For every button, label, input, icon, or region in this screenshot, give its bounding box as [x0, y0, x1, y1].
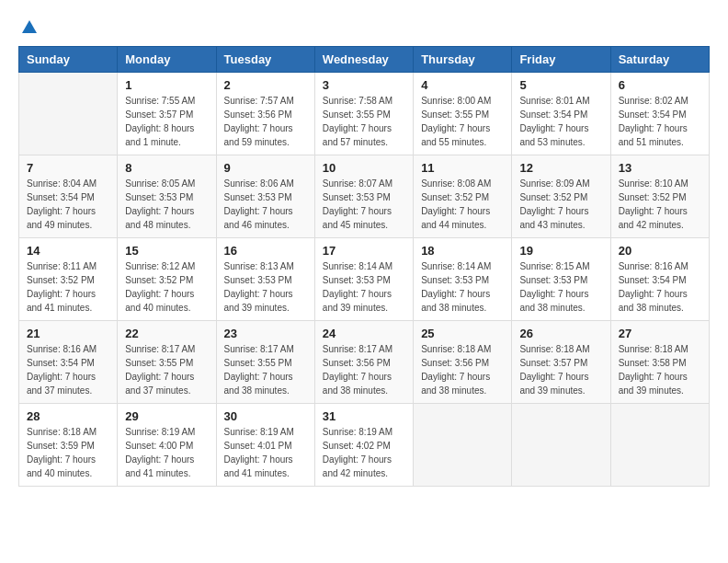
sunrise-text: Sunrise: 7:58 AM [323, 94, 405, 108]
sunset-text: Sunset: 3:54 PM [519, 108, 602, 121]
calendar-cell: 6Sunrise: 8:02 AMSunset: 3:54 PMDaylight… [610, 73, 709, 155]
day-number: 13 [619, 161, 701, 175]
sunrise-text: Sunrise: 8:15 AM [519, 259, 602, 273]
calendar-cell: 24Sunrise: 8:17 AMSunset: 3:56 PMDayligh… [314, 321, 413, 404]
calendar-cell: 20Sunrise: 8:16 AMSunset: 3:54 PMDayligh… [610, 238, 709, 321]
sunrise-text: Sunrise: 8:19 AM [125, 425, 208, 439]
calendar-cell: 31Sunrise: 8:19 AMSunset: 4:02 PMDayligh… [314, 404, 413, 487]
day-number: 14 [27, 244, 109, 258]
calendar-cell: 9Sunrise: 8:06 AMSunset: 3:53 PMDaylight… [216, 155, 314, 238]
day-info: Sunrise: 8:19 AMSunset: 4:02 PMDaylight:… [323, 425, 405, 480]
calendar-cell [19, 73, 118, 155]
day-info: Sunrise: 8:16 AMSunset: 3:54 PMDaylight:… [27, 342, 109, 397]
daylight-text: Daylight: 8 hours and 1 minute. [125, 121, 208, 149]
sunset-text: Sunset: 3:53 PM [421, 273, 504, 287]
sunset-text: Sunset: 3:53 PM [224, 190, 307, 204]
daylight-text: Daylight: 7 hours and 39 minutes. [519, 370, 602, 397]
sunset-text: Sunset: 3:52 PM [27, 273, 109, 287]
day-number: 18 [421, 244, 504, 258]
sunset-text: Sunset: 3:57 PM [519, 356, 602, 370]
daylight-text: Daylight: 7 hours and 38 minutes. [224, 370, 307, 397]
sunset-text: Sunset: 3:55 PM [323, 108, 405, 121]
daylight-text: Daylight: 7 hours and 42 minutes. [619, 204, 701, 232]
day-info: Sunrise: 8:00 AMSunset: 3:55 PMDaylight:… [421, 94, 504, 149]
sunset-text: Sunset: 3:54 PM [619, 108, 701, 121]
page-header [18, 18, 710, 37]
daylight-text: Daylight: 7 hours and 38 minutes. [619, 287, 701, 315]
column-header-sunday: Sunday [19, 47, 118, 73]
sunset-text: Sunset: 3:53 PM [519, 273, 602, 287]
calendar-cell: 16Sunrise: 8:13 AMSunset: 3:53 PMDayligh… [216, 238, 314, 321]
daylight-text: Daylight: 7 hours and 39 minutes. [323, 287, 405, 315]
daylight-text: Daylight: 7 hours and 45 minutes. [323, 204, 405, 232]
calendar-cell: 8Sunrise: 8:05 AMSunset: 3:53 PMDaylight… [118, 155, 216, 238]
calendar-cell: 29Sunrise: 8:19 AMSunset: 4:00 PMDayligh… [118, 404, 216, 487]
day-number: 17 [323, 244, 405, 258]
calendar-cell: 13Sunrise: 8:10 AMSunset: 3:52 PMDayligh… [610, 155, 709, 238]
logo [18, 18, 39, 37]
day-number: 7 [27, 161, 109, 175]
day-info: Sunrise: 8:17 AMSunset: 3:55 PMDaylight:… [125, 342, 208, 397]
sunrise-text: Sunrise: 8:11 AM [27, 259, 109, 273]
day-info: Sunrise: 8:11 AMSunset: 3:52 PMDaylight:… [27, 259, 109, 315]
sunrise-text: Sunrise: 8:04 AM [27, 177, 109, 190]
day-info: Sunrise: 7:58 AMSunset: 3:55 PMDaylight:… [323, 94, 405, 149]
day-number: 24 [323, 327, 405, 340]
day-number: 27 [619, 327, 701, 340]
calendar-cell: 12Sunrise: 8:09 AMSunset: 3:52 PMDayligh… [512, 155, 610, 238]
sunset-text: Sunset: 3:59 PM [27, 439, 109, 453]
sunset-text: Sunset: 4:02 PM [323, 439, 405, 453]
calendar-cell: 21Sunrise: 8:16 AMSunset: 3:54 PMDayligh… [19, 321, 118, 404]
sunrise-text: Sunrise: 8:18 AM [421, 342, 504, 356]
day-number: 25 [421, 327, 504, 340]
sunset-text: Sunset: 3:53 PM [323, 190, 405, 204]
column-header-tuesday: Tuesday [216, 47, 314, 73]
sunrise-text: Sunrise: 8:02 AM [619, 94, 701, 108]
column-header-wednesday: Wednesday [314, 47, 413, 73]
column-header-monday: Monday [118, 47, 216, 73]
column-header-saturday: Saturday [610, 47, 709, 73]
calendar-cell [414, 404, 512, 487]
sunrise-text: Sunrise: 8:18 AM [519, 342, 602, 356]
calendar-cell: 26Sunrise: 8:18 AMSunset: 3:57 PMDayligh… [512, 321, 610, 404]
daylight-text: Daylight: 7 hours and 44 minutes. [421, 204, 504, 232]
sunrise-text: Sunrise: 8:14 AM [323, 259, 405, 273]
day-info: Sunrise: 8:02 AMSunset: 3:54 PMDaylight:… [619, 94, 701, 149]
daylight-text: Daylight: 7 hours and 38 minutes. [421, 370, 504, 397]
day-info: Sunrise: 8:12 AMSunset: 3:52 PMDaylight:… [125, 259, 208, 315]
day-info: Sunrise: 8:14 AMSunset: 3:53 PMDaylight:… [421, 259, 504, 315]
sunrise-text: Sunrise: 8:17 AM [323, 342, 405, 356]
sunset-text: Sunset: 3:53 PM [125, 190, 208, 204]
day-info: Sunrise: 8:01 AMSunset: 3:54 PMDaylight:… [519, 94, 602, 149]
day-info: Sunrise: 7:57 AMSunset: 3:56 PMDaylight:… [224, 94, 307, 149]
day-number: 31 [323, 409, 405, 423]
sunset-text: Sunset: 3:55 PM [421, 108, 504, 121]
day-number: 28 [27, 409, 109, 423]
sunset-text: Sunset: 3:54 PM [619, 273, 701, 287]
day-info: Sunrise: 8:04 AMSunset: 3:54 PMDaylight:… [27, 177, 109, 232]
sunset-text: Sunset: 3:52 PM [125, 273, 208, 287]
calendar-cell: 4Sunrise: 8:00 AMSunset: 3:55 PMDaylight… [414, 73, 512, 155]
daylight-text: Daylight: 7 hours and 53 minutes. [519, 121, 602, 149]
sunrise-text: Sunrise: 7:57 AM [224, 94, 307, 108]
calendar-cell: 30Sunrise: 8:19 AMSunset: 4:01 PMDayligh… [216, 404, 314, 487]
day-info: Sunrise: 8:14 AMSunset: 3:53 PMDaylight:… [323, 259, 405, 315]
daylight-text: Daylight: 7 hours and 48 minutes. [125, 204, 208, 232]
day-info: Sunrise: 8:19 AMSunset: 4:00 PMDaylight:… [125, 425, 208, 480]
day-info: Sunrise: 8:19 AMSunset: 4:01 PMDaylight:… [224, 425, 307, 480]
day-info: Sunrise: 8:17 AMSunset: 3:55 PMDaylight:… [224, 342, 307, 397]
calendar-cell: 27Sunrise: 8:18 AMSunset: 3:58 PMDayligh… [610, 321, 709, 404]
calendar-cell [512, 404, 610, 487]
day-number: 2 [224, 78, 307, 92]
sunset-text: Sunset: 3:54 PM [27, 190, 109, 204]
calendar-cell: 11Sunrise: 8:08 AMSunset: 3:52 PMDayligh… [414, 155, 512, 238]
daylight-text: Daylight: 7 hours and 37 minutes. [125, 370, 208, 397]
day-number: 26 [519, 327, 602, 340]
calendar-cell: 5Sunrise: 8:01 AMSunset: 3:54 PMDaylight… [512, 73, 610, 155]
day-info: Sunrise: 8:16 AMSunset: 3:54 PMDaylight:… [619, 259, 701, 315]
daylight-text: Daylight: 7 hours and 51 minutes. [619, 121, 701, 149]
sunset-text: Sunset: 3:55 PM [224, 356, 307, 370]
svg-marker-0 [22, 20, 37, 33]
daylight-text: Daylight: 7 hours and 49 minutes. [27, 204, 109, 232]
sunrise-text: Sunrise: 8:17 AM [224, 342, 307, 356]
